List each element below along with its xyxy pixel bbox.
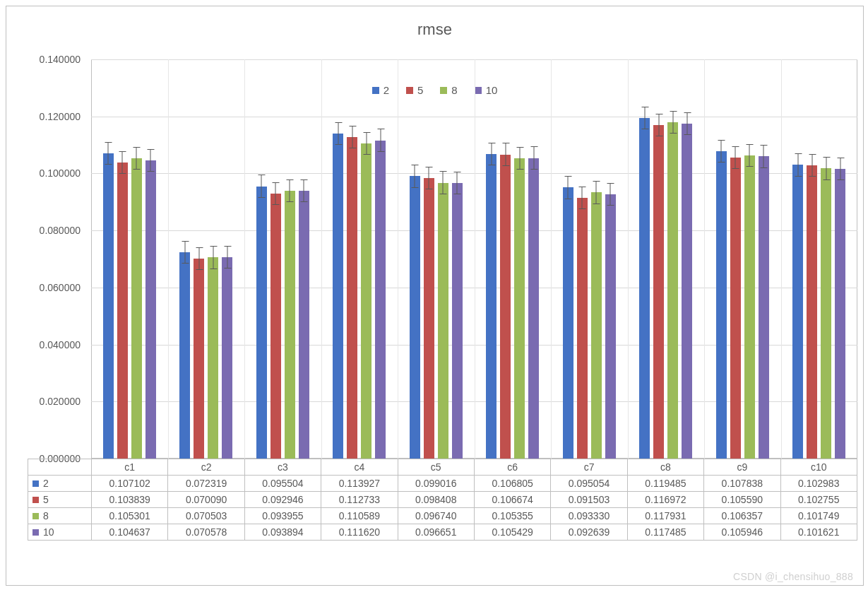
table-column-header: c7 — [551, 459, 627, 476]
table-cell: 0.102983 — [780, 476, 857, 492]
y-tick-label: 0.020000 — [31, 396, 81, 407]
error-bar — [352, 126, 352, 148]
error-bar — [136, 147, 137, 170]
y-tick-label: 0.120000 — [31, 111, 81, 122]
table-column-header: c10 — [780, 459, 857, 476]
table-cell: 0.096740 — [398, 508, 474, 524]
error-bar — [797, 153, 798, 176]
error-bar — [429, 167, 429, 189]
error-bar — [275, 182, 276, 205]
table-cell: 0.116972 — [627, 492, 703, 508]
table-column-header: c5 — [398, 459, 474, 476]
table-corner — [28, 459, 92, 476]
bar — [730, 158, 741, 459]
table-cell: 0.093894 — [244, 524, 321, 541]
data-table: c1c2c3c4c5c6c7c8c9c1020.1071020.0723190.… — [28, 459, 857, 541]
table-column-header: c6 — [474, 459, 550, 476]
table-cell: 0.105355 — [474, 508, 550, 524]
chart-title: rmse — [6, 20, 863, 39]
table-row: 20.1071020.0723190.0955040.1139270.09901… — [28, 476, 857, 492]
table-cell: 0.099016 — [398, 476, 474, 492]
bar — [347, 137, 357, 459]
bar — [639, 118, 650, 459]
bar-group — [91, 153, 168, 459]
bar — [759, 156, 769, 459]
table-cell: 0.105590 — [704, 492, 780, 508]
bar — [500, 155, 511, 459]
error-bar — [122, 151, 123, 174]
table-row: 50.1038390.0700900.0929460.1127330.09840… — [28, 492, 857, 508]
error-bar — [582, 187, 583, 209]
bar — [514, 158, 525, 459]
bar — [256, 187, 267, 459]
bar — [361, 143, 371, 459]
y-tick-label: 0.140000 — [31, 54, 81, 65]
table-cell: 0.113927 — [321, 476, 398, 492]
error-bar — [150, 149, 151, 172]
table-cell: 0.117485 — [627, 524, 703, 541]
error-bar — [505, 143, 506, 165]
bar-group — [704, 151, 781, 459]
bar — [577, 198, 588, 459]
table-column-header: c4 — [321, 459, 398, 476]
error-bar — [108, 142, 109, 165]
plot-area: 0.0000000.0200000.0400000.0600000.080000… — [91, 59, 857, 459]
error-bar — [840, 158, 840, 180]
error-bar — [568, 176, 569, 199]
table-column-header: c1 — [92, 459, 168, 476]
table-cell: 0.092946 — [244, 492, 321, 508]
error-bar — [749, 144, 750, 167]
bar — [605, 194, 616, 459]
table-cell: 0.104637 — [92, 524, 168, 541]
error-bar — [610, 183, 611, 206]
table-cell: 0.112733 — [321, 492, 398, 508]
table-cell: 0.093955 — [244, 508, 321, 524]
bar-group — [168, 252, 245, 459]
bar — [528, 158, 539, 459]
y-tick-label: 0.060000 — [31, 282, 81, 293]
table-cell: 0.095054 — [551, 476, 627, 492]
bar-group — [781, 165, 858, 459]
error-bar — [826, 157, 826, 179]
error-bar — [213, 246, 213, 269]
table-cell: 0.106357 — [704, 508, 780, 524]
error-bar — [735, 146, 736, 169]
table-row: 80.1053010.0705030.0939550.1105890.09674… — [28, 508, 857, 524]
error-bar — [721, 140, 722, 163]
bar — [179, 252, 190, 459]
table-cell: 0.105301 — [92, 508, 168, 524]
table-cell: 0.102755 — [780, 492, 857, 508]
y-tick-label: 0.080000 — [31, 225, 81, 236]
table-cell: 0.105429 — [474, 524, 550, 541]
table-cell: 0.107102 — [92, 476, 168, 492]
bar — [424, 178, 434, 459]
error-bar — [519, 147, 520, 170]
rowhead-swatch — [32, 529, 39, 536]
error-bar — [811, 154, 812, 177]
bar — [667, 122, 678, 459]
table-column-header: c9 — [704, 459, 780, 476]
error-bar — [658, 114, 659, 136]
table-column-header: c8 — [627, 459, 703, 476]
error-bar — [338, 122, 338, 145]
bar — [194, 259, 204, 459]
table-row-header: 10 — [28, 524, 92, 541]
y-tick-label: 0.040000 — [31, 339, 81, 350]
bar — [486, 154, 497, 459]
rowhead-label: 8 — [43, 510, 49, 521]
bar — [792, 165, 803, 459]
bar-group — [628, 118, 705, 459]
error-bar — [644, 107, 645, 129]
table-cell: 0.101621 — [780, 524, 857, 541]
table-cell: 0.098408 — [398, 492, 474, 508]
table-column-header: c3 — [244, 459, 321, 476]
bar — [682, 124, 692, 459]
rowhead-swatch — [32, 480, 39, 487]
rowhead-label: 5 — [43, 494, 49, 505]
table-cell: 0.103839 — [92, 492, 168, 508]
bar — [410, 176, 420, 459]
error-bar — [304, 179, 304, 202]
error-bar — [366, 132, 367, 155]
table-row-header: 5 — [28, 492, 92, 508]
table-cell: 0.119485 — [627, 476, 703, 492]
